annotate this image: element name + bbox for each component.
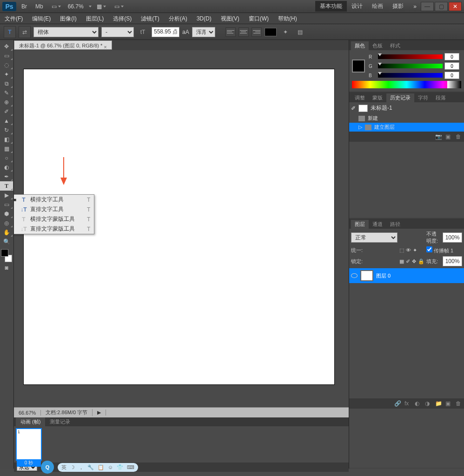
path-selection-tool[interactable]: ▶ bbox=[0, 191, 13, 200]
3d-camera-tool[interactable]: ◎ bbox=[0, 218, 13, 228]
crop-tool[interactable]: ⧉ bbox=[0, 79, 13, 88]
flyout-vertical-type-mask[interactable]: ↓T 直排文字蒙版工具 T bbox=[14, 224, 94, 234]
snapshot-icon[interactable]: 📷 bbox=[435, 133, 442, 140]
more-workspaces[interactable]: » bbox=[410, 2, 420, 11]
align-center-button[interactable] bbox=[239, 27, 249, 37]
magic-wand-tool[interactable]: ✦ bbox=[0, 70, 13, 79]
align-right-button[interactable] bbox=[252, 27, 262, 37]
propagate-checkbox[interactable] bbox=[426, 246, 432, 252]
tab-masks[interactable]: 蒙版 bbox=[369, 93, 386, 102]
workspace-tab-painting[interactable]: 绘画 bbox=[367, 1, 388, 12]
q-app-icon[interactable]: Q bbox=[41, 461, 54, 474]
opacity-input[interactable] bbox=[443, 232, 462, 243]
tool-preset-icon[interactable]: T bbox=[4, 26, 16, 38]
flyout-horizontal-type[interactable]: ■ T 横排文字工具 T bbox=[14, 195, 94, 205]
history-item-new-layer[interactable]: ▷ 建立图层 bbox=[349, 123, 464, 132]
tab-history[interactable]: 历史记录 bbox=[386, 93, 414, 102]
g-slider[interactable] bbox=[378, 64, 443, 68]
dodge-tool[interactable]: ◐ bbox=[0, 163, 13, 172]
shape-tool[interactable]: ▭ bbox=[0, 200, 13, 209]
color-swatch[interactable] bbox=[352, 60, 365, 73]
color-spectrum[interactable] bbox=[352, 81, 461, 88]
type-tool[interactable]: T bbox=[0, 181, 13, 191]
tab-color[interactable]: 颜色 bbox=[351, 41, 369, 50]
frame-delay[interactable]: 0 秒 bbox=[17, 459, 41, 467]
antialias-select[interactable]: 浑厚 bbox=[192, 27, 215, 37]
history-item-new[interactable]: 新建 bbox=[349, 114, 464, 123]
tab-paragraph[interactable]: 段落 bbox=[432, 93, 450, 102]
eraser-tool[interactable]: ◧ bbox=[0, 135, 13, 144]
blur-tool[interactable]: ○ bbox=[0, 153, 13, 163]
group-icon[interactable]: 📁 bbox=[435, 400, 442, 407]
lasso-tool[interactable]: ◌ bbox=[0, 60, 13, 70]
workspace-tab-design[interactable]: 设计 bbox=[347, 1, 367, 12]
screen-mode-button[interactable]: ▭ bbox=[111, 2, 127, 11]
eyedropper-tool[interactable]: ✎ bbox=[0, 88, 13, 98]
delete-layer-icon[interactable]: 🗑 bbox=[456, 400, 462, 407]
menu-3d[interactable]: 3D(D) bbox=[192, 13, 216, 24]
view-extras-button[interactable]: ▦ bbox=[93, 2, 109, 11]
window-minimize[interactable]: — bbox=[421, 2, 434, 11]
menu-help[interactable]: 帮助(H) bbox=[273, 13, 302, 24]
layer-row[interactable]: 图层 0 bbox=[349, 268, 464, 283]
menu-edit[interactable]: 编辑(E) bbox=[27, 13, 55, 24]
trash-icon[interactable]: 🗑 bbox=[456, 133, 462, 140]
r-input[interactable] bbox=[444, 53, 459, 60]
zoom-level[interactable]: 66.7% bbox=[68, 3, 84, 10]
tab-paths[interactable]: 路径 bbox=[386, 220, 404, 229]
healing-brush-tool[interactable]: ⊕ bbox=[0, 98, 13, 107]
unify-position-icon[interactable]: ⬚ bbox=[399, 247, 404, 253]
canvas-viewport[interactable]: ■ T 横排文字工具 T ↓T 直排文字工具 T T 横排文字蒙版工具 T bbox=[14, 50, 349, 407]
history-brush-tool[interactable]: ↻ bbox=[0, 126, 13, 135]
lock-position-icon[interactable]: ✥ bbox=[412, 258, 416, 264]
font-family-select[interactable]: 楷体 bbox=[33, 27, 99, 37]
menu-image[interactable]: 图像(I) bbox=[55, 13, 81, 24]
text-orientation-icon[interactable]: ⇄ bbox=[19, 26, 31, 38]
character-panel-button[interactable]: ▤ bbox=[294, 26, 306, 38]
visibility-icon[interactable] bbox=[351, 273, 358, 278]
color-picker[interactable] bbox=[0, 248, 13, 263]
mask-icon[interactable]: ◐ bbox=[415, 400, 421, 407]
tab-channels[interactable]: 通道 bbox=[369, 220, 386, 229]
menu-select[interactable]: 选择(S) bbox=[108, 13, 136, 24]
align-left-button[interactable] bbox=[225, 27, 236, 37]
font-style-select[interactable]: - bbox=[101, 27, 134, 37]
blend-mode-select[interactable]: 正常 bbox=[351, 232, 398, 243]
adjustment-icon[interactable]: ◑ bbox=[425, 400, 431, 407]
menu-window[interactable]: 窗口(W) bbox=[244, 13, 273, 24]
close-icon[interactable]: × bbox=[104, 42, 109, 48]
status-doc-info[interactable]: 文档:2.86M/0 字节 bbox=[41, 409, 93, 416]
status-zoom[interactable]: 66.67% bbox=[14, 410, 41, 416]
flyout-vertical-type[interactable]: ↓T 直排文字工具 T bbox=[14, 205, 94, 214]
warp-text-button[interactable]: ✦ bbox=[279, 26, 292, 38]
flyout-horizontal-type-mask[interactable]: T 横排文字蒙版工具 T bbox=[14, 214, 94, 224]
b-input[interactable] bbox=[444, 72, 459, 79]
lock-pixels-icon[interactable]: ✐ bbox=[406, 258, 410, 264]
3d-tool[interactable]: ⬢ bbox=[0, 209, 13, 218]
status-arrow-icon[interactable]: ▶ bbox=[93, 410, 106, 416]
brush-tool[interactable]: ✐ bbox=[0, 107, 13, 116]
text-color-swatch[interactable] bbox=[265, 28, 277, 36]
tab-swatches[interactable]: 色板 bbox=[369, 41, 386, 50]
history-source[interactable]: ✐ 未标题-1 bbox=[349, 102, 464, 114]
unify-visibility-icon[interactable]: 👁 bbox=[406, 247, 411, 253]
pen-tool[interactable]: ✒ bbox=[0, 172, 13, 181]
new-state-icon[interactable]: ▣ bbox=[445, 133, 452, 140]
g-input[interactable] bbox=[444, 62, 459, 70]
menu-filter[interactable]: 滤镜(T) bbox=[136, 13, 164, 24]
link-icon[interactable]: 🔗 bbox=[394, 400, 401, 407]
r-slider[interactable] bbox=[378, 54, 443, 59]
tab-styles[interactable]: 样式 bbox=[386, 41, 404, 50]
clone-stamp-tool[interactable]: ▲ bbox=[0, 116, 13, 126]
lock-all-icon[interactable]: 🔒 bbox=[418, 258, 424, 264]
new-layer-icon[interactable]: ▣ bbox=[445, 400, 452, 407]
b-slider[interactable] bbox=[378, 73, 443, 78]
quick-mask-toggle[interactable]: ◙ bbox=[0, 263, 13, 272]
tab-character[interactable]: 字符 bbox=[414, 93, 432, 102]
fx-icon[interactable]: fx bbox=[404, 400, 411, 407]
tab-adjustments[interactable]: 调整 bbox=[351, 93, 369, 102]
tab-layers[interactable]: 图层 bbox=[351, 220, 369, 229]
font-size-input[interactable] bbox=[152, 27, 179, 37]
layer-thumbnail[interactable] bbox=[360, 270, 373, 281]
unify-style-icon[interactable]: ✦ bbox=[413, 247, 417, 253]
